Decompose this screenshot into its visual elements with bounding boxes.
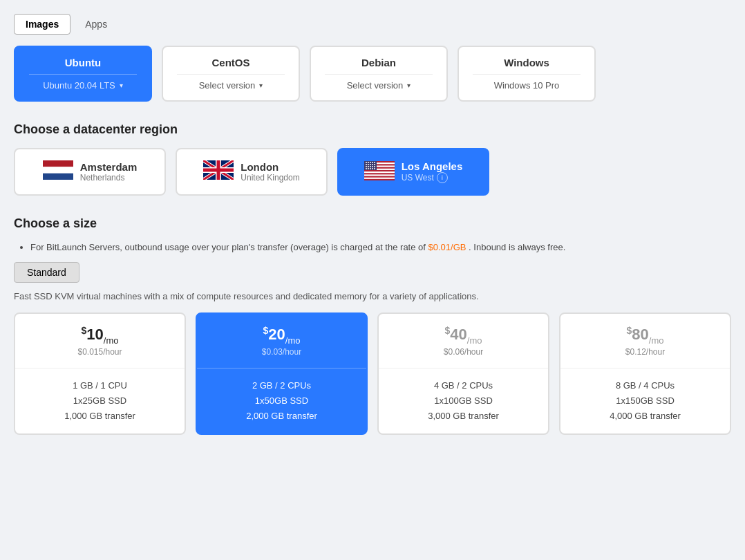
os-name-debian: Debian <box>325 57 433 68</box>
chevron-down-icon: ▾ <box>259 82 263 89</box>
svg-point-30 <box>372 168 373 169</box>
svg-point-26 <box>374 166 375 167</box>
svg-rect-1 <box>43 167 73 173</box>
svg-rect-8 <box>364 171 395 173</box>
svg-point-14 <box>370 162 371 163</box>
svg-point-28 <box>368 168 369 169</box>
region-title: Choose a datacenter region <box>14 122 731 137</box>
price-hour-20: $0.03/hour <box>211 347 352 357</box>
svg-point-13 <box>368 162 369 163</box>
region-name-amsterdam: Amsterdam <box>80 161 138 173</box>
flag-uk-icon <box>203 160 234 180</box>
price-card-10[interactable]: $10/mo $0.015/hour 1 GB / 1 CPU 1x25GB S… <box>14 312 186 435</box>
region-cards: Amsterdam Netherlands London United King <box>14 148 731 196</box>
os-card-centos[interactable]: CentOS Select version ▾ <box>162 46 300 102</box>
os-version-debian: Select version ▾ <box>325 74 433 91</box>
tab-images[interactable]: Images <box>14 14 70 35</box>
chevron-down-icon: ▾ <box>407 82 411 89</box>
info-icon: i <box>437 172 448 183</box>
flag-netherlands-icon <box>43 160 73 180</box>
price-bottom-80: 8 GB / 4 CPUs 1x150GB SSD 4,000 GB trans… <box>560 368 730 433</box>
overage-rate: $0.01/GB <box>428 242 466 252</box>
price-bottom-10: 1 GB / 1 CPU 1x25GB SSD 1,000 GB transfe… <box>15 368 185 433</box>
price-spec-80: 8 GB / 4 CPUs 1x150GB SSD 4,000 GB trans… <box>574 378 716 424</box>
standard-button[interactable]: Standard <box>14 262 79 283</box>
region-country-amsterdam: Netherlands <box>80 173 138 183</box>
region-name-la: Los Angeles <box>402 160 463 172</box>
svg-point-16 <box>374 162 375 163</box>
price-cards: $10/mo $0.015/hour 1 GB / 1 CPU 1x25GB S… <box>14 312 731 435</box>
region-name-london: London <box>241 161 299 173</box>
svg-point-17 <box>366 164 367 165</box>
os-name-centos: CentOS <box>177 57 285 68</box>
region-london[interactable]: London United Kingdom <box>176 148 328 196</box>
os-version-centos: Select version ▾ <box>177 74 285 91</box>
region-london-row: London United Kingdom <box>203 160 299 183</box>
size-note: For BitLaunch Servers, outbound usage ov… <box>30 242 731 252</box>
price-main-40: $40/mo <box>393 325 534 346</box>
price-top-80: $80/mo $0.12/hour <box>560 314 730 368</box>
price-hour-80: $0.12/hour <box>574 347 716 357</box>
svg-point-21 <box>374 164 375 165</box>
flag-us-icon <box>364 161 395 180</box>
region-amsterdam-row: Amsterdam Netherlands <box>43 160 138 183</box>
svg-point-23 <box>368 166 369 167</box>
svg-point-22 <box>366 166 367 167</box>
svg-point-20 <box>372 164 373 165</box>
price-main-80: $80/mo <box>574 325 716 346</box>
svg-point-19 <box>370 164 371 165</box>
svg-rect-2 <box>43 174 73 180</box>
svg-point-12 <box>366 162 367 163</box>
price-spec-40: 4 GB / 2 CPUs 1x100GB SSD 3,000 GB trans… <box>393 378 534 424</box>
size-note-prefix: For BitLaunch Servers, outbound usage ov… <box>30 242 426 252</box>
svg-point-18 <box>368 164 369 165</box>
tab-apps[interactable]: Apps <box>73 14 119 35</box>
size-note-suffix: . Inbound is always free. <box>469 242 565 252</box>
price-bottom-40: 4 GB / 2 CPUs 1x100GB SSD 3,000 GB trans… <box>379 368 548 433</box>
chevron-down-icon: ▾ <box>120 82 123 89</box>
price-main-10: $10/mo <box>29 325 171 346</box>
region-la-row: Los Angeles US West i <box>364 160 463 183</box>
region-country-la: US West i <box>402 172 463 183</box>
svg-point-27 <box>366 168 367 169</box>
region-los-angeles[interactable]: Los Angeles US West i <box>337 148 489 196</box>
price-spec-20: 2 GB / 2 CPUs 1x50GB SSD 2,000 GB transf… <box>211 378 352 424</box>
svg-point-24 <box>370 166 371 167</box>
price-top-20: $20/mo $0.03/hour <box>197 314 366 368</box>
os-name-ubuntu: Ubuntu <box>29 57 137 68</box>
os-version-ubuntu: Ubuntu 20.04 LTS ▾ <box>29 74 137 91</box>
price-hour-10: $0.015/hour <box>29 347 171 357</box>
size-desc: Fast SSD KVM virtual machines with a mix… <box>14 291 731 301</box>
os-name-windows: Windows <box>473 57 581 68</box>
svg-rect-9 <box>364 174 395 176</box>
image-tabs: Images Apps <box>14 14 731 35</box>
price-card-80[interactable]: $80/mo $0.12/hour 8 GB / 4 CPUs 1x150GB … <box>559 312 731 435</box>
os-card-windows[interactable]: Windows Windows 10 Pro <box>458 46 596 102</box>
price-bottom-20: 2 GB / 2 CPUs 1x50GB SSD 2,000 GB transf… <box>197 368 366 433</box>
os-card-debian[interactable]: Debian Select version ▾ <box>310 46 448 102</box>
price-hour-40: $0.06/hour <box>393 347 534 357</box>
size-note-list: For BitLaunch Servers, outbound usage ov… <box>14 242 731 252</box>
region-amsterdam[interactable]: Amsterdam Netherlands <box>14 148 166 196</box>
svg-rect-0 <box>43 160 73 167</box>
price-top-10: $10/mo $0.015/hour <box>15 314 185 368</box>
price-main-20: $20/mo <box>211 325 352 346</box>
os-version-windows: Windows 10 Pro <box>473 74 581 91</box>
region-country-london: United Kingdom <box>241 173 299 183</box>
svg-point-15 <box>372 162 373 163</box>
svg-rect-10 <box>364 177 395 178</box>
region-section: Choose a datacenter region Amsterdam Net… <box>14 122 731 196</box>
os-card-ubuntu[interactable]: Ubuntu Ubuntu 20.04 LTS ▾ <box>14 46 152 102</box>
size-title: Choose a size <box>14 216 731 231</box>
svg-point-31 <box>374 168 375 169</box>
price-spec-10: 1 GB / 1 CPU 1x25GB SSD 1,000 GB transfe… <box>29 378 171 424</box>
size-section: Choose a size For BitLaunch Servers, out… <box>14 216 731 435</box>
svg-point-25 <box>372 166 373 167</box>
price-card-20[interactable]: $20/mo $0.03/hour 2 GB / 2 CPUs 1x50GB S… <box>196 312 368 435</box>
svg-point-29 <box>370 168 371 169</box>
os-selection: Ubuntu Ubuntu 20.04 LTS ▾ CentOS Select … <box>14 46 731 102</box>
price-card-40[interactable]: $40/mo $0.06/hour 4 GB / 2 CPUs 1x100GB … <box>377 312 549 435</box>
price-top-40: $40/mo $0.06/hour <box>379 314 548 368</box>
